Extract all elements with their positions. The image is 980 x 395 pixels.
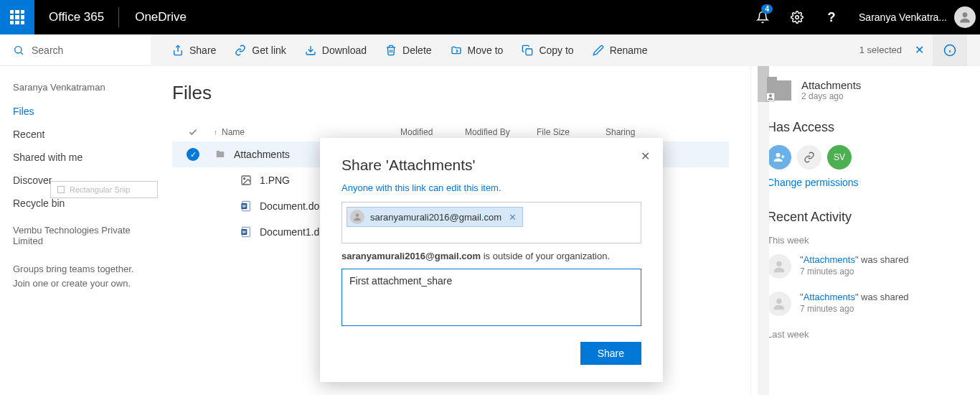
change-permissions-link[interactable]: Change permissions (767, 177, 964, 188)
notification-badge: 4 (761, 4, 773, 14)
word-file-icon: W (240, 200, 253, 213)
brand-label[interactable]: Office 365 (34, 10, 118, 24)
svg-point-15 (769, 94, 772, 97)
svg-point-7 (244, 178, 245, 180)
waffle-icon (10, 10, 24, 24)
access-link[interactable] (797, 145, 821, 169)
col-name[interactable]: ↑Name (214, 127, 400, 137)
recipient-chip: saranyamurali2016@gmail.com ✕ (347, 207, 523, 227)
activity-time: 7 minutes ago (800, 304, 909, 314)
global-header: Office 365 OneDrive 4 ? Saranya Venkatra… (0, 0, 980, 34)
person-icon (771, 296, 787, 312)
activity-avatar (767, 254, 791, 279)
notifications-button[interactable]: 4 (745, 0, 780, 34)
share-submit-button[interactable]: Share (580, 342, 641, 365)
details-subtitle: 2 days ago (801, 91, 861, 101)
selection-count: 1 selected (855, 45, 906, 55)
activity-link[interactable]: Attachments (804, 292, 855, 302)
help-icon: ? (828, 10, 836, 25)
command-area: Share Get link Download Delete Move to C… (151, 34, 980, 66)
svg-rect-3 (526, 49, 532, 55)
chip-email: saranyamurali2016@gmail.com (370, 212, 501, 223)
share-dialog: ✕ Share 'Attachments' Anyone with this l… (320, 138, 663, 382)
copyto-command[interactable]: Copy to (513, 34, 582, 66)
chip-remove[interactable]: ✕ (507, 212, 518, 223)
copy-icon (522, 45, 533, 56)
search-input[interactable] (32, 45, 132, 56)
move-icon (451, 45, 462, 56)
info-icon (943, 44, 956, 57)
col-filesize[interactable]: File Size (537, 127, 606, 137)
nav-owner: Saranya Venkatraman (0, 82, 151, 100)
nav-org[interactable]: Vembu Technologies Private Limited (0, 215, 151, 251)
share-command[interactable]: Share (164, 34, 225, 66)
row-name: Document.docx (260, 200, 329, 212)
search-icon (13, 45, 24, 56)
snip-overlay: Rectangular Snip (50, 181, 158, 198)
access-section-title: Has Access (767, 120, 964, 135)
svg-point-0 (796, 16, 799, 19)
access-avatars: SV (767, 145, 964, 169)
activity-item: "Attachments" was shared 7 minutes ago (767, 292, 964, 316)
word-file-icon: W (240, 226, 253, 238)
details-title: Attachments (801, 79, 861, 91)
link-icon (804, 152, 815, 163)
link-settings-link[interactable]: Anyone with this link can edit this item… (341, 182, 501, 193)
link-icon (235, 45, 246, 56)
app-name[interactable]: OneDrive (119, 10, 202, 24)
share-icon (172, 45, 184, 56)
snip-icon (57, 185, 65, 194)
main-scrollbar-track (758, 66, 769, 395)
moveto-command[interactable]: Move to (442, 34, 512, 66)
recipient-input[interactable]: saranyamurali2016@gmail.com ✕ (341, 202, 641, 243)
user-menu[interactable]: Saranya Venkatra... (849, 6, 980, 28)
activity-thisweek: This week (767, 235, 964, 246)
share-message-input[interactable] (341, 269, 641, 326)
getlink-label: Get link (252, 45, 286, 56)
download-label: Download (322, 45, 367, 56)
app-launcher[interactable] (0, 0, 34, 34)
nav-recent[interactable]: Recent (0, 123, 151, 146)
col-modified[interactable]: Modified (400, 127, 465, 137)
moveto-label: Move to (468, 45, 504, 56)
person-icon (771, 259, 787, 274)
page-title: Files (172, 82, 729, 104)
nav-groups-footer: Groups bring teams together. Join one or… (0, 251, 151, 302)
access-user-sv[interactable]: SV (827, 145, 852, 169)
copyto-label: Copy to (539, 45, 573, 56)
help-button[interactable]: ? (814, 0, 849, 34)
access-add-user[interactable] (767, 145, 791, 169)
svg-point-1 (963, 12, 968, 17)
activity-time: 7 minutes ago (800, 266, 909, 276)
activity-link[interactable]: Attachments (804, 254, 855, 265)
command-bar: Share Get link Download Delete Move to C… (0, 34, 980, 66)
nav-shared[interactable]: Shared with me (0, 146, 151, 169)
share-label: Share (189, 45, 216, 56)
search-box[interactable] (0, 34, 151, 66)
svg-point-2 (15, 46, 22, 52)
download-command[interactable]: Download (296, 34, 375, 66)
info-pane-toggle[interactable] (933, 34, 967, 66)
sort-asc-icon: ↑ (214, 129, 217, 136)
edit-icon (593, 45, 604, 56)
nav-files[interactable]: Files (0, 100, 151, 123)
nav-footer-line2: Join one or create your own. (13, 276, 138, 291)
check-icon (188, 127, 198, 137)
getlink-command[interactable]: Get link (226, 34, 294, 66)
settings-button[interactable] (780, 0, 814, 34)
col-modifiedby[interactable]: Modified By (465, 127, 537, 137)
trash-icon (385, 45, 397, 56)
col-check[interactable] (172, 127, 214, 137)
delete-command[interactable]: Delete (377, 34, 440, 66)
row-checked-icon[interactable]: ✓ (187, 148, 199, 161)
activity-lastweek: Last week (767, 329, 964, 340)
row-name: 1.PNG (260, 175, 290, 186)
person-overlay-icon (765, 92, 776, 102)
dialog-close-button[interactable]: ✕ (641, 149, 650, 163)
clear-selection[interactable]: ✕ (908, 43, 931, 57)
nav-footer-line1: Groups bring teams together. (13, 262, 138, 276)
col-sharing[interactable]: Sharing (606, 127, 663, 137)
rename-command[interactable]: Rename (584, 34, 656, 66)
left-nav: Saranya Venkatraman Files Recent Shared … (0, 66, 151, 395)
user-name: Saranya Venkatra... (859, 11, 947, 23)
